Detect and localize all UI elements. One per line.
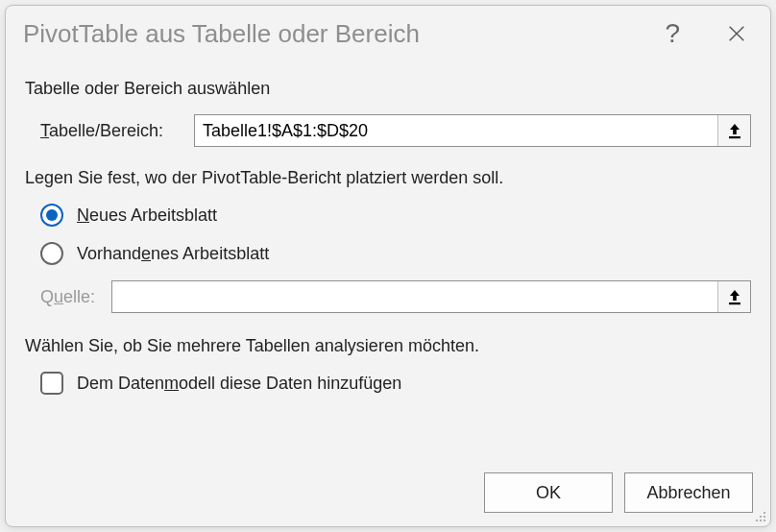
section-analyze-multiple: Wählen Sie, ob Sie mehrere Tabellen anal… (25, 336, 751, 356)
radio-new-worksheet-label: Neues Arbeitsblatt (77, 206, 217, 226)
table-range-input[interactable] (195, 115, 717, 146)
collapse-arrow-icon (726, 121, 743, 140)
datamodel-label: Dem Datenmodell diese Daten hinzufügen (77, 374, 401, 394)
pivot-table-dialog: PivotTable aus Tabelle oder Bereich ? Ta… (5, 5, 771, 527)
dialog-title: PivotTable aus Tabelle oder Bereich (23, 19, 665, 49)
section-placement: Legen Sie fest, wo der PivotTable-Berich… (25, 168, 751, 188)
source-row: Quelle: (40, 280, 751, 313)
svg-rect-3 (729, 302, 740, 304)
close-button[interactable] (726, 23, 747, 44)
radio-existing-worksheet[interactable] (40, 242, 63, 265)
dialog-content: Tabelle oder Bereich auswählen Tabelle/B… (6, 60, 770, 461)
titlebar: PivotTable aus Tabelle oder Bereich ? (6, 6, 770, 60)
source-input-wrap (111, 280, 751, 313)
source-label: Quelle: (40, 287, 111, 307)
cancel-button[interactable]: Abbrechen (624, 472, 753, 513)
table-range-row: Tabelle/Bereich: (25, 114, 751, 147)
dialog-footer: OK Abbrechen (6, 461, 770, 526)
collapse-arrow-icon (726, 287, 743, 306)
close-icon (726, 23, 747, 44)
titlebar-controls: ? (665, 18, 753, 49)
svg-point-6 (764, 516, 765, 518)
source-input[interactable] (112, 281, 717, 312)
svg-point-9 (764, 520, 765, 521)
datamodel-checkbox[interactable] (40, 372, 63, 395)
radio-existing-worksheet-row: Vorhandenes Arbeitsblatt (40, 242, 751, 265)
resize-grip-icon[interactable] (755, 511, 766, 522)
svg-point-5 (760, 516, 762, 518)
section-select-range: Tabelle oder Bereich auswählen (25, 79, 751, 99)
table-range-label: Tabelle/Bereich: (40, 121, 194, 141)
radio-new-worksheet-row: Neues Arbeitsblatt (40, 204, 751, 227)
radio-existing-worksheet-label: Vorhandenes Arbeitsblatt (77, 244, 269, 264)
ok-button[interactable]: OK (484, 472, 613, 513)
datamodel-row: Dem Datenmodell diese Daten hinzufügen (40, 372, 751, 395)
svg-point-7 (756, 520, 758, 521)
collapse-range-button[interactable] (717, 115, 750, 146)
collapse-source-button[interactable] (717, 281, 750, 312)
svg-rect-2 (729, 136, 740, 138)
svg-point-4 (764, 512, 765, 514)
table-range-input-wrap (194, 114, 751, 147)
svg-point-8 (760, 520, 762, 521)
radio-new-worksheet[interactable] (40, 204, 63, 227)
help-button[interactable]: ? (665, 18, 680, 49)
